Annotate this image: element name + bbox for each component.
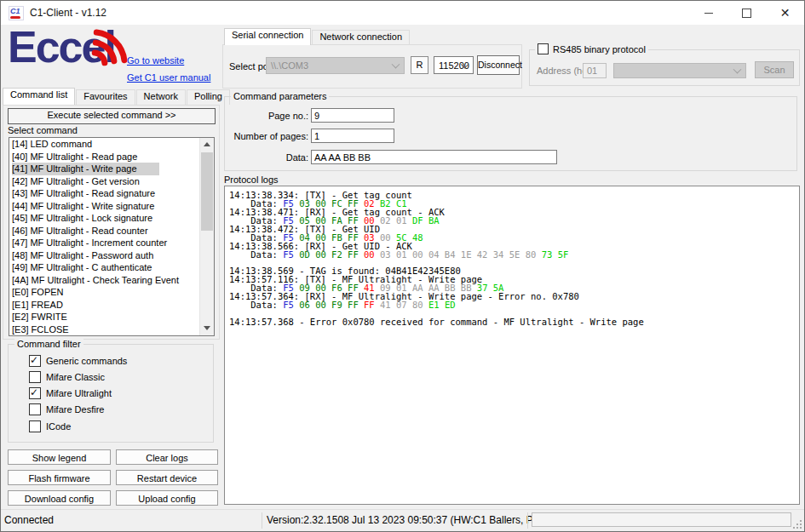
- tab-network[interactable]: Network: [136, 89, 186, 105]
- command-item[interactable]: [E2] FWRITE: [9, 311, 200, 323]
- command-item[interactable]: [45] MF Ultralight - Lock signature: [9, 212, 200, 225]
- command-item[interactable]: [43] MF Ultralight - Read signature: [9, 187, 200, 200]
- scroll-down-button[interactable]: [200, 322, 214, 335]
- address-hex-field: 01: [583, 63, 607, 78]
- command-item[interactable]: [40] MF Ultralight - Read page: [9, 151, 200, 163]
- minimize-button[interactable]: [689, 1, 727, 25]
- maximize-button[interactable]: [727, 1, 766, 25]
- data-input[interactable]: [311, 150, 557, 164]
- protocol-log-output[interactable]: 14:13:38.334: [TX] - Get tag count Data:…: [224, 186, 800, 505]
- command-item[interactable]: [47] MF Ultralight - Increment counter: [9, 237, 200, 249]
- filter-option-generic-commands[interactable]: Generic commands: [29, 355, 127, 366]
- log-segment: Data:: [229, 249, 283, 260]
- page-no-label: Page no.:: [227, 111, 308, 121]
- resize-grip-icon[interactable]: [793, 520, 802, 529]
- checkbox-icon[interactable]: [29, 387, 41, 399]
- log-line: Data: F5 06 00 F9 FF FF 41 07 80 E1 ED: [229, 300, 799, 309]
- tab-command-list[interactable]: Command list: [3, 88, 75, 105]
- title-bar[interactable]: C1 C1-Client - v1.12 ✕: [1, 1, 804, 25]
- checkbox-icon[interactable]: [29, 403, 41, 415]
- close-button[interactable]: ✕: [766, 1, 804, 25]
- command-item[interactable]: [14] LED command: [9, 138, 200, 151]
- execute-command-button[interactable]: Execute selected command >>: [8, 108, 216, 124]
- scrollbar-thumb[interactable]: [201, 152, 213, 231]
- command-item-label: [46] MF Ultralight - Read counter: [12, 225, 148, 237]
- filter-option-label: ICode: [46, 421, 71, 432]
- restart-device-button[interactable]: Restart device: [116, 470, 218, 485]
- command-listbox: [14] LED command[40] MF Ultralight - Rea…: [9, 137, 215, 336]
- rs485-checkbox[interactable]: [538, 43, 549, 54]
- checkbox-icon[interactable]: [29, 371, 41, 383]
- app-window: C1 C1-Client - v1.12 ✕ Eccel Go to websi…: [0, 0, 805, 532]
- arrow-down-icon: [204, 326, 210, 330]
- command-item-label: [41] MF Ultralight - Write page: [12, 163, 159, 175]
- website-link[interactable]: Go to website: [127, 55, 184, 66]
- command-item-label: [45] MF Ultralight - Lock signature: [12, 212, 152, 225]
- app-icon: C1: [9, 6, 24, 20]
- log-segment: 02 01: [380, 215, 412, 226]
- log-segment: 41 07 80: [380, 300, 428, 310]
- checkbox-icon[interactable]: [29, 420, 41, 432]
- select-command-label: Select command: [8, 125, 78, 135]
- command-item-label: [14] LED command: [12, 138, 92, 151]
- rs485-device-combobox: [613, 63, 746, 78]
- chevron-down-icon: [392, 60, 400, 69]
- clear-logs-button[interactable]: Clear logs: [116, 449, 218, 465]
- download-config-button[interactable]: Download config: [8, 490, 111, 506]
- checkbox-icon[interactable]: [29, 355, 41, 367]
- disconnect-button[interactable]: Disconnect: [477, 55, 520, 75]
- command-item-label: [4A] MF Ultralight - Check Tearing Event: [12, 274, 179, 287]
- command-item-label: [E3] FCLOSE: [12, 323, 69, 336]
- show-legend-button[interactable]: Show legend: [8, 449, 111, 465]
- command-item-label: [40] MF Ultralight - Read page: [12, 151, 137, 163]
- page-no-input[interactable]: [311, 108, 394, 123]
- tab-serial-connection[interactable]: Serial connection: [224, 28, 311, 45]
- upload-config-button[interactable]: Upload config: [116, 490, 218, 506]
- minimize-icon: [704, 13, 713, 14]
- filter-option-icode[interactable]: ICode: [29, 420, 127, 432]
- tab-favourites[interactable]: Favourites: [76, 89, 135, 105]
- command-item[interactable]: [48] MF Ultralight - Password auth: [9, 249, 200, 262]
- app-icon-text: C1: [10, 7, 20, 15]
- log-line: 14:13:57.368 - Error 0x0780 received for…: [229, 317, 799, 326]
- command-item[interactable]: [42] MF Ultralight - Get version: [9, 175, 200, 188]
- chevron-down-icon: [733, 66, 742, 74]
- filter-option-mifare-desfire[interactable]: Mifare Desfire: [29, 404, 127, 415]
- rs485-groupbox: RS485 binary protocol Address (hex): 01 …: [529, 49, 800, 86]
- connection-status: Connected: [4, 514, 54, 526]
- command-item[interactable]: [4A] MF Ultralight - Check Tearing Event: [9, 274, 200, 287]
- number-of-pages-input[interactable]: [311, 129, 394, 143]
- filter-option-label: Mifare Desfire: [46, 404, 104, 415]
- flash-firmware-button[interactable]: Flash firmware: [8, 470, 111, 485]
- command-filter-options: Generic commandsMifare ClassicMifare Ult…: [29, 355, 127, 437]
- status-separator: [527, 512, 528, 529]
- command-item-label: [48] MF Ultralight - Password auth: [12, 249, 153, 262]
- log-segment: 73 5F: [542, 249, 569, 260]
- log-segment: 14:13:57.368 - Error 0x0780 received for…: [229, 317, 644, 327]
- command-item[interactable]: [E1] FREAD: [9, 299, 200, 312]
- command-item[interactable]: [41] MF Ultralight - Write page: [9, 163, 200, 175]
- log-segment: E1 ED: [428, 300, 456, 310]
- number-of-pages-label: Number of pages:: [227, 131, 308, 141]
- filter-option-mifare-classic[interactable]: Mifare Classic: [29, 371, 127, 382]
- left-tab-strip: Command listFavouritesNetworkPolling: [3, 88, 231, 105]
- tab-network-connection[interactable]: Network connection: [312, 30, 410, 45]
- command-item[interactable]: [E0] FOPEN: [9, 286, 200, 299]
- port-combobox: \\.\COM3: [266, 57, 405, 74]
- user-manual-link[interactable]: Get C1 user manual: [127, 72, 210, 83]
- command-list-scrollbar[interactable]: [199, 138, 214, 335]
- refresh-ports-button[interactable]: R: [411, 56, 428, 74]
- command-item[interactable]: [E3] FCLOSE: [9, 323, 200, 336]
- baud-rate-combobox[interactable]: 115200: [434, 56, 474, 74]
- status-separator: [262, 512, 262, 529]
- rs485-checkbox-row[interactable]: RS485 binary protocol: [535, 43, 648, 54]
- command-item[interactable]: [46] MF Ultralight - Read counter: [9, 225, 200, 237]
- command-item[interactable]: [44] MF Ultralight - Write signature: [9, 200, 200, 213]
- window-title: C1-Client - v1.12: [30, 7, 106, 19]
- arrow-up-icon: [204, 142, 210, 146]
- filter-option-mifare-ultralight[interactable]: Mifare Ultralight: [29, 388, 127, 399]
- command-item-label: [E1] FREAD: [12, 299, 63, 312]
- command-item-label: [E2] FWRITE: [12, 311, 67, 323]
- command-item[interactable]: [49] MF Ultralight - C authenticate: [9, 261, 200, 274]
- filter-option-label: Mifare Classic: [46, 372, 105, 382]
